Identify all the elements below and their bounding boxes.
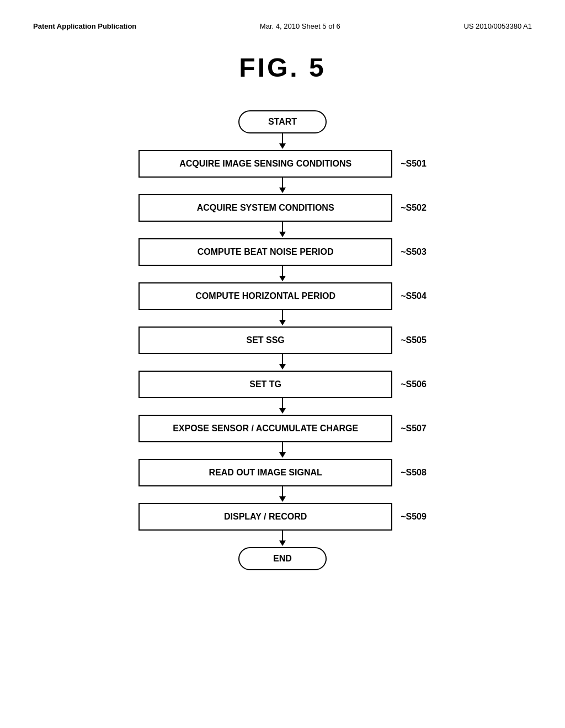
header-date-sheet: Mar. 4, 2010 Sheet 5 of 6 [260,22,340,30]
header-patent-number: US 2010/0053380 A1 [463,22,532,30]
arrow-s504-s505 [277,310,288,326]
svg-marker-1 [279,143,286,149]
step-s508-box: READ OUT IMAGE SIGNAL [138,459,392,486]
step-s502-box: ACQUIRE SYSTEM CONDITIONS [138,194,392,222]
step-s506-node: SET TG ~S506 [138,371,427,398]
step-s504-box: COMPUTE HORIZONTAL PERIOD [138,282,392,310]
step-s501-id: ~S501 [401,159,427,169]
arrow-s508-s509 [277,486,288,503]
arrow-s501-s502 [277,178,288,194]
arrow-start-s501 [277,133,288,150]
svg-marker-9 [279,320,286,325]
step-s505-id: ~S505 [401,335,427,345]
step-s502-node: ACQUIRE SYSTEM CONDITIONS ~S502 [138,194,427,222]
end-box: END [238,547,327,570]
step-s501-label: ACQUIRE IMAGE SENSING CONDITIONS [179,159,351,168]
step-s506-box: SET TG [138,371,392,398]
page-header: Patent Application Publication Mar. 4, 2… [33,22,532,30]
svg-marker-19 [279,540,286,546]
step-s506-label: SET TG [249,379,281,389]
svg-marker-5 [279,232,286,237]
page: Patent Application Publication Mar. 4, 2… [0,0,565,728]
step-s509-label: DISPLAY / RECORD [224,512,307,521]
step-s508-id: ~S508 [401,468,427,478]
step-s508-node: READ OUT IMAGE SIGNAL ~S508 [138,459,427,486]
step-s503-node: COMPUTE BEAT NOISE PERIOD ~S503 [138,238,427,266]
start-node: START [238,110,327,133]
arrow-s506-s507 [277,398,288,415]
header-publication-type: Patent Application Publication [33,22,136,30]
step-s504-label: COMPUTE HORIZONTAL PERIOD [195,291,335,301]
step-s503-label: COMPUTE BEAT NOISE PERIOD [198,247,334,256]
step-s507-id: ~S507 [401,424,427,433]
figure-title: FIG. 5 [33,52,532,83]
step-s507-label: EXPOSE SENSOR / ACCUMULATE CHARGE [173,424,358,433]
step-s506-id: ~S506 [401,379,427,389]
step-s503-id: ~S503 [401,247,427,257]
svg-marker-3 [279,188,286,193]
step-s501-node: ACQUIRE IMAGE SENSING CONDITIONS ~S501 [138,150,427,178]
step-s502-id: ~S502 [401,203,427,213]
step-s501-box: ACQUIRE IMAGE SENSING CONDITIONS [138,150,392,178]
step-s505-node: SET SSG ~S505 [138,326,427,354]
step-s507-box: EXPOSE SENSOR / ACCUMULATE CHARGE [138,415,392,442]
step-s505-label: SET SSG [246,335,284,345]
step-s504-node: COMPUTE HORIZONTAL PERIOD ~S504 [138,282,427,310]
start-box: START [238,110,327,133]
step-s503-box: COMPUTE BEAT NOISE PERIOD [138,238,392,266]
arrow-s507-s508 [277,442,288,459]
arrow-s509-end [277,531,288,547]
svg-marker-13 [279,408,286,414]
svg-marker-7 [279,276,286,281]
svg-marker-15 [279,452,286,458]
svg-marker-11 [279,364,286,370]
step-s509-id: ~S509 [401,512,427,522]
step-s505-box: SET SSG [138,326,392,354]
arrow-s503-s504 [277,266,288,282]
end-node: END [238,547,327,570]
step-s509-node: DISPLAY / RECORD ~S509 [138,503,427,531]
step-s508-label: READ OUT IMAGE SIGNAL [209,468,322,477]
flowchart: START ACQUIRE IMAGE SENSING CONDITIONS ~… [33,110,532,570]
arrow-s502-s503 [277,222,288,238]
step-s504-id: ~S504 [401,291,427,301]
arrow-s505-s506 [277,354,288,371]
step-s507-node: EXPOSE SENSOR / ACCUMULATE CHARGE ~S507 [138,415,427,442]
step-s502-label: ACQUIRE SYSTEM CONDITIONS [197,203,334,212]
svg-marker-17 [279,496,286,502]
step-s509-box: DISPLAY / RECORD [138,503,392,531]
